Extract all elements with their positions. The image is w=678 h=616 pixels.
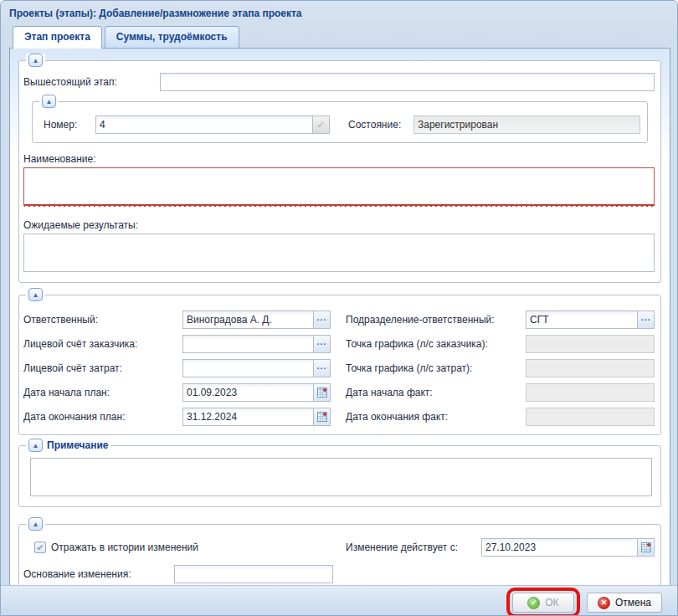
fieldset-note: ▲ Примечание <box>18 445 661 507</box>
title-bar: Проекты (этапы): Добавление/размножение … <box>1 1 677 26</box>
fieldset-main: ▲ Вышестоящий этап: ▲ Номер: ✓ <box>18 60 661 283</box>
end-date-plan-input[interactable] <box>182 408 313 426</box>
responsible-label: Ответственный: <box>23 314 182 326</box>
schedule-point-customer-label: Точка графика (л/с заказчика): <box>346 338 526 350</box>
parent-stage-input[interactable] <box>160 73 655 91</box>
start-date-fact-label: Дата начала факт: <box>346 387 526 398</box>
end-date-plan-calendar-icon[interactable] <box>313 408 331 426</box>
tab-strip: Этап проекта Суммы, трудоёмкость <box>13 26 239 49</box>
name-textarea[interactable] <box>23 167 655 206</box>
fieldset-history: ▲ ✔ Отражать в истории изменений Изменен… <box>18 524 661 594</box>
customer-account-input[interactable] <box>182 335 313 353</box>
note-legend: Примечание <box>47 439 109 451</box>
fieldset-number-state: ▲ Номер: ✓ Состояние: <box>32 101 648 143</box>
cancel-button[interactable]: ✕ Отмена <box>587 593 662 613</box>
department-lookup-icon[interactable]: ... <box>637 311 655 329</box>
end-date-fact-field <box>526 408 655 426</box>
fieldset-details: ▲ Ответственный: ... Подразделение-ответ… <box>18 295 661 435</box>
schedule-point-cost-field <box>526 359 655 377</box>
number-input[interactable] <box>95 116 312 134</box>
invalid-underline <box>24 204 654 208</box>
responsible-department-label: Подразделение-ответственный: <box>346 314 526 326</box>
responsible-input[interactable] <box>182 311 313 329</box>
parent-stage-label: Вышестоящий этап: <box>23 76 160 88</box>
number-label: Номер: <box>44 119 95 131</box>
change-effective-date-label: Изменение действует с: <box>346 542 481 553</box>
collapse-icon[interactable]: ▲ <box>28 439 43 452</box>
start-date-plan-calendar-icon[interactable] <box>313 383 331 402</box>
cancel-x-icon: ✕ <box>598 597 610 609</box>
end-date-plan-label: Дата окончания план: <box>23 411 182 423</box>
end-date-fact-label: Дата окончания факт: <box>346 411 526 423</box>
collapse-icon[interactable]: ▲ <box>28 54 43 67</box>
tab-sums[interactable]: Суммы, трудоёмкость <box>105 26 239 48</box>
change-effective-date-input[interactable] <box>481 538 637 557</box>
name-label: Наименование: <box>23 153 96 165</box>
cost-account-input[interactable] <box>182 359 313 377</box>
schedule-point-customer-field <box>526 335 655 353</box>
responsible-department-input[interactable] <box>526 311 637 329</box>
cancel-button-label: Отмена <box>615 597 651 608</box>
change-date-calendar-icon[interactable] <box>637 538 655 557</box>
collapse-icon[interactable]: ▲ <box>42 95 56 108</box>
dialog-window: Проекты (этапы): Добавление/размножение … <box>0 0 678 616</box>
button-bar: ✓ ОК ✕ Отмена <box>1 585 677 615</box>
ok-button-label: ОК <box>545 597 558 608</box>
change-reason-label: Основание изменения: <box>23 568 174 580</box>
start-date-fact-field <box>526 383 655 402</box>
history-checkbox[interactable]: ✔ <box>34 542 46 553</box>
history-checkbox-label: Отражать в истории изменений <box>51 542 198 553</box>
window-title: Проекты (этапы): Добавление/размножение … <box>9 8 302 19</box>
expected-results-label: Ожидаемые результаты: <box>23 219 138 231</box>
responsible-lookup-icon[interactable]: ... <box>313 311 331 329</box>
cost-account-label: Лицевой счёт затрат: <box>23 362 182 374</box>
expected-results-textarea[interactable] <box>23 234 655 272</box>
state-readonly-field <box>413 116 640 134</box>
state-label: Состояние: <box>348 119 413 131</box>
customer-account-label: Лицевой счёт заказчика: <box>23 338 182 350</box>
schedule-point-cost-label: Точка графика (л/с затрат): <box>346 362 526 374</box>
collapse-icon[interactable]: ▲ <box>28 517 43 531</box>
form-panel: ▲ Вышестоящий этап: ▲ Номер: ✓ <box>9 48 670 587</box>
highlight-annotation: ✓ ОК <box>506 588 580 616</box>
note-textarea[interactable] <box>30 458 652 496</box>
collapse-icon[interactable]: ▲ <box>28 288 43 301</box>
ok-button[interactable]: ✓ ОК <box>512 593 574 613</box>
tab-sums-label: Суммы, трудоёмкость <box>116 31 228 43</box>
cost-account-lookup-icon[interactable]: ... <box>313 359 331 377</box>
start-date-plan-label: Дата начала план: <box>23 387 182 398</box>
start-date-plan-input[interactable] <box>182 383 313 402</box>
change-reason-input[interactable] <box>174 565 333 583</box>
tab-stage-label: Этап проекта <box>24 31 90 43</box>
tab-stage[interactable]: Этап проекта <box>13 26 102 49</box>
customer-account-lookup-icon[interactable]: ... <box>313 335 331 353</box>
ok-check-icon: ✓ <box>527 597 540 609</box>
number-apply-icon[interactable]: ✓ <box>312 116 330 134</box>
